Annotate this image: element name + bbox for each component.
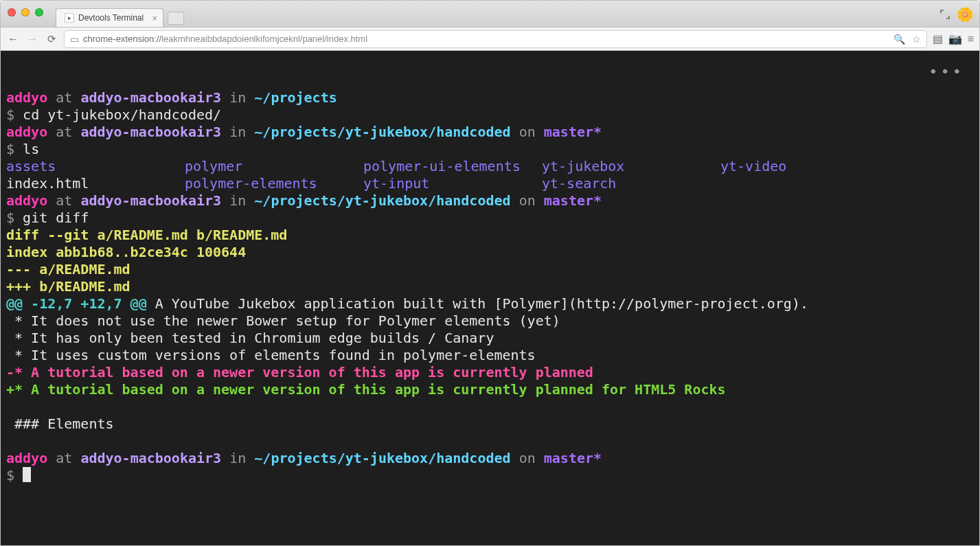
prompt-line: addyo at addyo-macbookair3 in ~/projects… [6,124,602,140]
bookmark-page-icon[interactable]: ▤ [933,32,943,45]
ls-entry: polymer [185,158,363,175]
prompt-line: addyo at addyo-macbookair3 in ~/projects… [6,450,602,466]
bookmark-icon[interactable]: ☆ [912,34,921,45]
tab-title: Devtools Terminal [78,13,144,23]
diff-index: index abb1b68..b2ce34c 100644 [6,244,246,260]
diff-hunk: @@ -12,7 +12,7 @@ A YouTube Jukebox appl… [6,295,808,312]
command-line: $ ls [6,141,39,157]
diff-plus-file: +++ b/README.md [6,278,130,295]
omnibox-url: chrome-extension://leakmhneaibbdapdoienl… [83,34,889,44]
titlebar-right: 🌼 [940,6,974,23]
fullscreen-icon[interactable] [940,10,950,19]
ls-entry: yt-video [720,158,974,175]
toolbar: ← → ⟳ ▭ chrome-extension://leakmhneaibbd… [1,27,979,51]
tab-favicon: ▸ [65,13,74,23]
ls-entry: polymer-ui-elements [363,158,542,175]
screenshot-icon[interactable]: 📷 [948,32,962,45]
omnibox-actions: 🔍 ☆ [893,34,921,45]
browser-window: ▸ Devtools Terminal × 🌼 ← → ⟳ ▭ chrome-e… [0,0,980,546]
reload-button[interactable]: ⟳ [45,33,58,45]
titlebar: ▸ Devtools Terminal × 🌼 [1,1,979,27]
terminal[interactable]: ••• addyo at addyo-macbookair3 in ~/proj… [1,51,979,545]
ls-entry: yt-jukebox [542,158,720,175]
ls-entry: index.html [6,175,185,192]
ls-entry [720,175,974,192]
close-tab-icon[interactable]: × [152,13,158,23]
diff-context: * It has only been tested in Chromium ed… [6,330,494,346]
forward-button[interactable]: → [25,33,39,45]
close-window-button[interactable] [8,8,16,16]
omnibox[interactable]: ▭ chrome-extension://leakmhneaibbdapdoie… [64,30,927,48]
command-line: $ cd yt-jukebox/handcoded/ [6,106,221,123]
traffic-lights [8,8,43,16]
diff-context: * It uses custom versions of elements fo… [6,347,536,363]
flower-icon: 🌼 [957,6,974,23]
diff-context: * It does not use the newer Bower setup … [6,312,560,329]
ls-entry: yt-input [363,175,542,192]
new-tab-button[interactable] [168,12,184,25]
diff-added: +* A tutorial based on a newer version o… [6,381,726,398]
page-icon: ▭ [70,34,79,45]
zoom-window-button[interactable] [35,8,43,16]
menu-icon[interactable]: ≡ [968,33,974,45]
diff-header: diff --git a/README.md b/README.md [6,227,287,243]
diff-section: ### Elements [6,416,114,432]
ls-entry: polymer-elements [185,175,363,192]
diff-removed: -* A tutorial based on a newer version o… [6,364,593,380]
command-line-cursor[interactable]: $ [6,467,31,484]
diff-minus-file: --- a/README.md [6,261,130,277]
prompt-line: addyo at addyo-macbookair3 in ~/projects [6,89,337,106]
ls-output: assetspolymerpolymer-ui-elementsyt-jukeb… [6,158,974,192]
diff-blank [6,398,14,415]
cursor [23,467,31,482]
ls-entry: assets [6,158,185,175]
overflow-menu-icon[interactable]: ••• [928,63,964,80]
command-line: $ git diff [6,209,89,226]
search-icon[interactable]: 🔍 [893,34,905,45]
back-button[interactable]: ← [6,33,20,45]
tab-devtools-terminal[interactable]: ▸ Devtools Terminal × [56,8,163,27]
prompt-line: addyo at addyo-macbookair3 in ~/projects… [6,192,602,209]
ls-entry: yt-search [542,175,720,192]
tab-strip: ▸ Devtools Terminal × [56,8,184,27]
minimize-window-button[interactable] [21,8,30,16]
